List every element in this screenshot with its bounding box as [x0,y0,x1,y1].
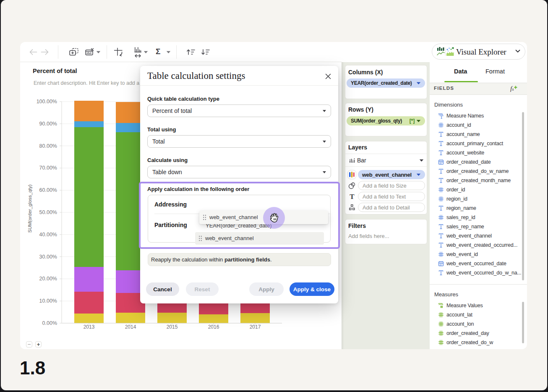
svg-text:80.00%: 80.00% [39,143,57,149]
svg-text:60.00%: 60.00% [39,187,57,193]
svg-text:50.00%: 50.00% [39,209,57,215]
svg-text:0.00%: 0.00% [42,320,57,326]
svg-text:2013: 2013 [84,324,95,330]
svg-text:70.00%: 70.00% [39,165,57,171]
svg-text:2014: 2014 [125,324,136,330]
svg-text:100.00%: 100.00% [37,99,57,105]
svg-text:SUM(order_gloss_qty): SUM(order_gloss_qty) [27,184,32,233]
svg-text:2016: 2016 [208,324,219,330]
svg-text:20.00%: 20.00% [39,276,57,282]
svg-text:2017: 2017 [250,324,261,330]
svg-text:2015: 2015 [167,324,178,330]
svg-text:40.00%: 40.00% [39,232,57,238]
svg-text:90.00%: 90.00% [39,121,57,127]
svg-text:10.00%: 10.00% [39,298,57,304]
svg-text:30.00%: 30.00% [39,254,57,260]
